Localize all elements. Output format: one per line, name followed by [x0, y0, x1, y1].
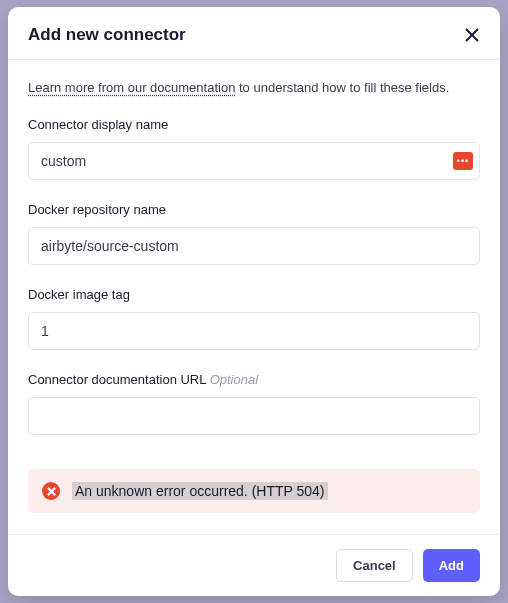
doc-url-label-text: Connector documentation URL [28, 372, 206, 387]
cancel-button[interactable]: Cancel [336, 549, 413, 582]
docker-repo-input[interactable] [28, 227, 480, 265]
display-name-input[interactable] [28, 142, 480, 180]
docker-tag-input[interactable] [28, 312, 480, 350]
field-docker-repo: Docker repository name [28, 202, 480, 265]
doc-url-input[interactable] [28, 397, 480, 435]
field-doc-url: Connector documentation URL Optional [28, 372, 480, 435]
modal-title: Add new connector [28, 25, 186, 45]
modal-footer: Cancel Add [8, 534, 500, 596]
modal-body: Learn more from our documentation to und… [8, 60, 500, 534]
help-text-rest: to understand how to fill these fields. [235, 80, 449, 95]
doc-url-label: Connector documentation URL Optional [28, 372, 480, 387]
error-icon [42, 482, 60, 500]
modal-header: Add new connector [8, 7, 500, 60]
add-button[interactable]: Add [423, 549, 480, 582]
field-display-name: Connector display name ••• [28, 117, 480, 180]
error-text: An unknown error occurred. (HTTP 504) [72, 482, 328, 500]
help-text: Learn more from our documentation to und… [28, 80, 480, 95]
error-message-box: An unknown error occurred. (HTTP 504) [28, 469, 480, 513]
field-docker-tag: Docker image tag [28, 287, 480, 350]
docker-tag-label: Docker image tag [28, 287, 480, 302]
close-icon[interactable] [464, 27, 480, 43]
password-manager-icon[interactable]: ••• [453, 152, 473, 170]
add-connector-modal: Add new connector Learn more from our do… [8, 7, 500, 596]
display-name-label: Connector display name [28, 117, 480, 132]
optional-tag: Optional [210, 372, 258, 387]
docker-repo-label: Docker repository name [28, 202, 480, 217]
documentation-link[interactable]: Learn more from our documentation [28, 80, 235, 95]
